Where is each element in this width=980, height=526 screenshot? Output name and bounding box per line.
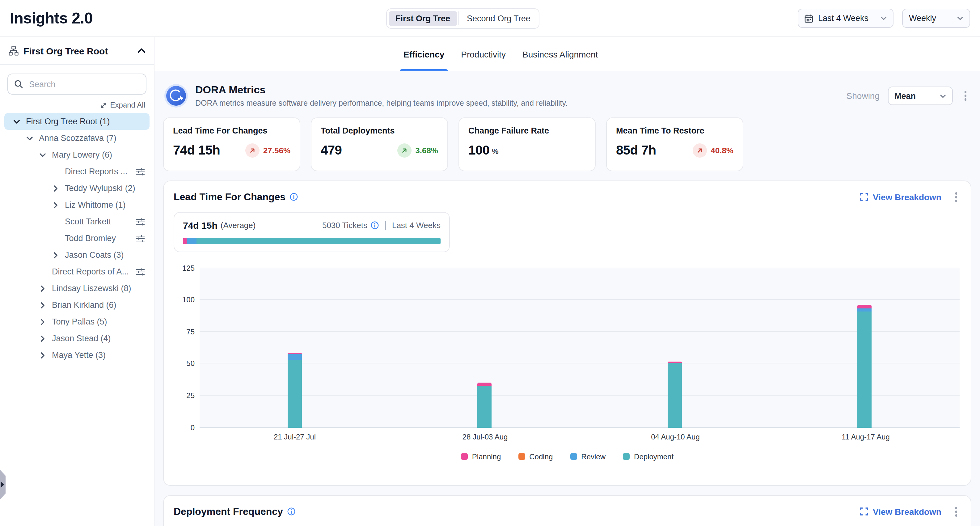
org-tree-sidebar: First Org Tree Root Expand All First Org… <box>0 37 154 526</box>
metric-cards: Lead Time For Changes74d 15h27.56%Total … <box>163 118 971 171</box>
bar-segment-deployment <box>478 387 492 427</box>
view-breakdown-label: View Breakdown <box>873 192 941 202</box>
tab-business-alignment[interactable]: Business Alignment <box>522 37 598 71</box>
tree-item-tony-pallas-5[interactable]: Tony Pallas (5) <box>0 313 154 330</box>
y-axis-tick-label: 125 <box>173 264 195 272</box>
tree-item-liz-whittome-1[interactable]: Liz Whittome (1) <box>0 196 154 213</box>
org-toggle-second-org-tree[interactable]: Second Org Tree <box>460 11 537 26</box>
x-axis-label: 28 Jul-03 Aug <box>463 432 508 441</box>
view-breakdown-link[interactable]: View Breakdown <box>861 192 941 202</box>
app-root: Insights 2.0 First Org TreeSecond Org Tr… <box>0 0 980 526</box>
tree-item-direct-reports-of-a[interactable]: Direct Reports of A... <box>0 263 154 280</box>
calendar-icon <box>805 14 813 22</box>
tab-productivity[interactable]: Productivity <box>461 37 506 71</box>
expand-corners-icon <box>861 508 869 516</box>
tree-item-jason-coats-3[interactable]: Jason Coats (3) <box>0 247 154 263</box>
expand-all-button[interactable]: Expand All <box>100 101 145 109</box>
metric-card-title: Lead Time For Changes <box>173 126 290 135</box>
filter-sliders-icon[interactable] <box>136 168 145 175</box>
view-breakdown-link[interactable]: View Breakdown <box>861 507 941 517</box>
granularity-select[interactable]: Weekly <box>902 9 970 28</box>
trend-up-arrow-icon <box>245 143 259 157</box>
lead-time-chart: 0255075100125 21 Jul-27 Jul28 Jul-03 Aug… <box>173 268 961 461</box>
chevron-right-icon <box>52 252 60 258</box>
sidebar-search <box>7 73 146 94</box>
legend-item-coding: Coding <box>518 452 553 461</box>
tree-item-anna-scozzafava-7[interactable]: Anna Scozzafava (7) <box>0 130 154 147</box>
org-tree-icon <box>9 46 19 56</box>
tree-item-label: Lindsay Liszewski (8) <box>52 284 131 293</box>
chevron-right-icon <box>40 319 47 325</box>
tree-item-first-org-tree-root-1[interactable]: First Org Tree Root (1) <box>4 113 150 130</box>
dora-cycle-icon <box>164 84 188 108</box>
tree-item-mary-lowery-6[interactable]: Mary Lowery (6) <box>0 147 154 163</box>
legend-label: Planning <box>472 452 501 461</box>
trend-badge: 40.8% <box>693 143 733 157</box>
gridline <box>200 363 959 364</box>
toggle-divider <box>458 11 459 25</box>
trend-badge: 27.56% <box>245 143 290 157</box>
tree-item-teddy-wylupski-2[interactable]: Teddy Wylupski (2) <box>0 180 154 196</box>
dora-title: DORA Metrics <box>195 84 568 96</box>
view-breakdown-label: View Breakdown <box>873 507 941 517</box>
x-axis-label: 04 Aug-10 Aug <box>651 432 700 441</box>
trend-delta: 3.68% <box>415 145 438 155</box>
dora-kebab-menu-icon[interactable] <box>961 89 970 103</box>
tree-item-jason-stead-4[interactable]: Jason Stead (4) <box>0 330 154 347</box>
tree-item-label: Teddy Wylupski (2) <box>65 183 135 193</box>
chevron-right-icon <box>40 335 47 341</box>
chevron-right-icon <box>40 302 47 308</box>
showing-select[interactable]: Mean <box>888 86 953 105</box>
filter-sliders-icon[interactable] <box>136 268 145 275</box>
sidebar-collapse-chevron-up-icon[interactable] <box>138 48 145 53</box>
tree-item-direct-reports[interactable]: Direct Reports ... <box>0 163 154 180</box>
tree-item-label: Tony Pallas (5) <box>52 317 107 326</box>
tree-item-label: Mary Lowery (6) <box>52 150 112 159</box>
org-toggle-first-org-tree[interactable]: First Org Tree <box>389 11 457 26</box>
trend-up-arrow-icon <box>397 143 412 157</box>
legend-swatch <box>518 453 525 460</box>
chevron-down-icon <box>14 118 21 124</box>
legend-label: Deployment <box>634 452 673 461</box>
tree-item-maya-yette-3[interactable]: Maya Yette (3) <box>0 347 154 363</box>
tree-item-label: Todd Bromley <box>65 234 116 243</box>
tree-item-label: Jason Stead (4) <box>52 334 111 343</box>
info-icon[interactable] <box>290 193 298 201</box>
tree-item-todd-bromley[interactable]: Todd Bromley <box>0 230 154 247</box>
tab-efficiency[interactable]: Efficiency <box>404 37 444 71</box>
distribution-segment-planning <box>183 237 187 244</box>
stacked-bar-21-jul-27-jul <box>288 268 302 427</box>
y-axis-tick-label: 0 <box>173 423 195 432</box>
chevron-down-icon <box>27 135 34 141</box>
deployment-frequency-kebab-menu-icon[interactable] <box>951 504 961 519</box>
bar-segment-review <box>288 354 302 360</box>
search-input[interactable] <box>28 79 140 89</box>
tree-item-lindsay-liszewski-8[interactable]: Lindsay Liszewski (8) <box>0 280 154 297</box>
x-axis-label: 21 Jul-27 Jul <box>274 432 316 441</box>
stacked-bar-11-aug-17-aug <box>858 268 872 427</box>
handle-arrow-icon <box>1 481 4 488</box>
filter-sliders-icon[interactable] <box>136 234 145 242</box>
y-axis-tick-label: 75 <box>173 327 195 336</box>
tree-item-label: Maya Yette (3) <box>52 351 106 360</box>
main-content: DORA Metrics DORA metrics measure softwa… <box>154 71 980 526</box>
bar-segment-planning <box>858 305 872 308</box>
search-icon <box>14 80 23 88</box>
sidebar-collapse-handle[interactable] <box>0 470 6 499</box>
distribution-segment-deployment <box>196 237 441 244</box>
chevron-down-icon <box>957 16 963 21</box>
dora-header: DORA Metrics DORA metrics measure softwa… <box>163 79 971 116</box>
main-tabs: EfficiencyProductivityBusiness Alignment <box>154 37 980 71</box>
metric-card-value: 100 <box>468 143 489 158</box>
header-controls: Last 4 Weeks Weekly <box>798 9 970 28</box>
metric-card-value: 479 <box>321 143 342 158</box>
filter-sliders-icon[interactable] <box>136 218 145 225</box>
tree-item-brian-kirkland-6[interactable]: Brian Kirkland (6) <box>0 297 154 313</box>
date-range-select[interactable]: Last 4 Weeks <box>798 9 894 28</box>
average-value: 74d 15h <box>183 220 218 230</box>
tree-item-scott-tarkett[interactable]: Scott Tarkett <box>0 213 154 230</box>
info-icon[interactable] <box>287 508 295 516</box>
lead-time-kebab-menu-icon[interactable] <box>951 190 961 204</box>
showing-value: Mean <box>894 91 916 100</box>
info-icon[interactable] <box>371 221 379 229</box>
